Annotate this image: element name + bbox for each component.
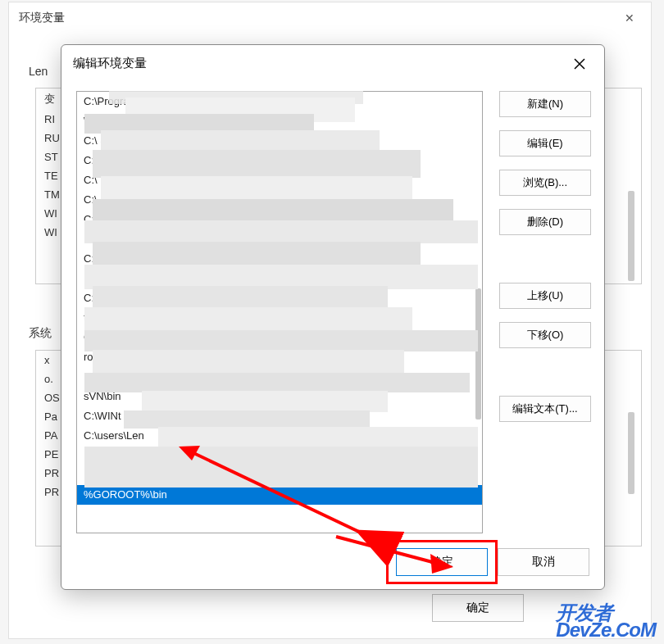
scrollbar[interactable]	[628, 412, 634, 494]
close-icon[interactable]	[566, 51, 593, 77]
path-entry[interactable]: ro les\ iseGit	[77, 347, 482, 367]
edit-env-variable-dialog: 编辑环境变量 C:\Program Files (x86)\ \Tools\Bi…	[61, 44, 605, 590]
path-entry-selected[interactable]: %GOROOT%\bin	[77, 485, 482, 505]
path-entry[interactable]: C:\Program Files (x86)\ \Tools\Binn\	[77, 92, 482, 111]
path-entry[interactable]: \Tools\Binn\	[77, 111, 482, 131]
scrollbar[interactable]	[628, 191, 634, 281]
path-entry[interactable]: C:\ mon7\I...	[77, 170, 482, 190]
path-entry[interactable]	[77, 269, 482, 288]
cancel-button[interactable]: 取消	[498, 548, 589, 576]
path-entry[interactable]: C:\ Fil	[77, 190, 482, 210]
bg-section-user-label: Len	[25, 65, 51, 78]
path-entry[interactable]: C:\ ser	[77, 210, 482, 229]
path-entry[interactable]: C:\users\Len	[77, 426, 482, 446]
path-entry[interactable]: D:\ ol ave	[77, 229, 482, 249]
logo-line2: DevZe.CoM	[556, 621, 656, 639]
watermark-logo: 开发者 DevZe.CoM	[556, 604, 656, 639]
move-up-button[interactable]: 上移(U)	[499, 283, 591, 309]
new-button[interactable]: 新建(N)	[499, 91, 591, 117]
side-buttons: 新建(N) 编辑(E) 浏览(B)... 删除(D) 上移(U) 下移(O) 编…	[499, 91, 591, 422]
path-entry[interactable]: sVN\bin	[77, 387, 482, 406]
path-entry[interactable]	[77, 465, 482, 485]
path-entry[interactable]	[77, 446, 482, 465]
delete-button[interactable]: 删除(D)	[499, 209, 591, 235]
edit-button[interactable]: 编辑(E)	[499, 130, 591, 156]
browse-button[interactable]: 浏览(B)...	[499, 170, 591, 196]
bg-ok-button[interactable]: 确定	[432, 594, 524, 622]
ok-button[interactable]: 确定	[396, 548, 488, 576]
modal-titlebar: 编辑环境变量	[61, 45, 604, 83]
path-entry[interactable]: C:\WINt a\Local\...	[77, 406, 482, 426]
path-entry[interactable]	[77, 367, 482, 387]
bottom-buttons: 确定 取消	[396, 548, 589, 576]
path-entry[interactable]: C:\ St t	[77, 288, 482, 308]
modal-body: C:\Program Files (x86)\ \Tools\Binn\ \To…	[76, 91, 589, 535]
scrollbar[interactable]	[475, 288, 481, 420]
bg-title: 环境变量	[19, 11, 65, 25]
move-down-button[interactable]: 下移(O)	[499, 322, 591, 348]
modal-title: 编辑环境变量	[73, 56, 566, 71]
path-entry[interactable]: t 0)	[77, 308, 482, 328]
path-entry[interactable]: C:\ W	[77, 249, 482, 269]
path-entry[interactable]: C:\ s (x86) \V...	[77, 151, 482, 170]
edit-text-button[interactable]: 编辑文本(T)...	[499, 396, 591, 422]
path-entry[interactable]: C:\ S\Binn\	[77, 131, 482, 151]
path-entry[interactable]: C:\	[77, 328, 482, 347]
close-icon[interactable]: ✕	[615, 6, 644, 30]
bg-section-system-label: 系统	[25, 326, 55, 341]
path-entries-list[interactable]: C:\Program Files (x86)\ \Tools\Binn\ \To…	[76, 91, 483, 533]
